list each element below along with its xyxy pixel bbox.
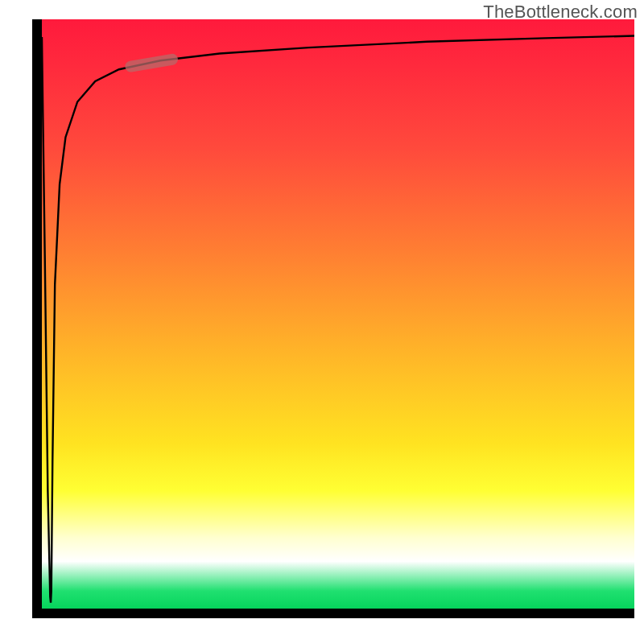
watermark-text: TheBottleneck.com <box>483 2 638 23</box>
chart-stage: TheBottleneck.com <box>0 0 644 644</box>
highlight-marker <box>130 60 172 67</box>
plot-area <box>32 19 634 618</box>
curve-svg <box>42 19 634 609</box>
bottleneck-curve-path <box>42 35 634 602</box>
